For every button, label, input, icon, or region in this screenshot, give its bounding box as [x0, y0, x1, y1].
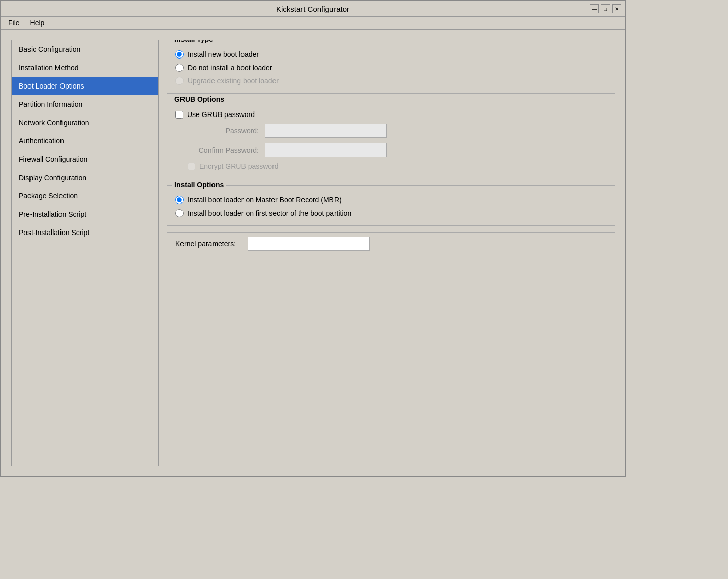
- use-grub-password-label: Use GRUB password: [187, 110, 255, 119]
- menu-bar: File Help: [1, 17, 625, 30]
- sidebar-item-authentication[interactable]: Authentication: [12, 132, 158, 150]
- title-bar: Kickstart Configurator — □ ✕: [1, 1, 625, 17]
- kernel-row: Kernel parameters:: [167, 233, 615, 259]
- maximize-button[interactable]: □: [601, 4, 610, 13]
- radio-install-new-label: Install new boot loader: [188, 50, 259, 59]
- radio-mbr[interactable]: [175, 196, 184, 204]
- password-input[interactable]: [265, 124, 387, 138]
- use-grub-password-checkbox[interactable]: [175, 111, 183, 119]
- sidebar-item-boot-loader-options[interactable]: Boot Loader Options: [12, 77, 158, 95]
- sidebar-item-post-installation-script[interactable]: Post-Installation Script: [12, 223, 158, 242]
- install-type-options: Install new boot loader Do not install a…: [175, 50, 606, 85]
- sidebar-item-installation-method[interactable]: Installation Method: [12, 59, 158, 77]
- confirm-password-input[interactable]: [265, 143, 387, 157]
- radio-do-not-install-label: Do not install a boot loader: [188, 64, 272, 72]
- confirm-password-field-row: Confirm Password:: [175, 143, 606, 157]
- kernel-parameters-label: Kernel parameters:: [175, 240, 241, 248]
- grub-options-content: Use GRUB password Password: Confirm Pass…: [175, 110, 606, 170]
- encrypt-grub-checkbox: [188, 163, 195, 170]
- install-type-title: Install Type: [172, 40, 215, 43]
- kernel-section: Kernel parameters:: [167, 232, 615, 259]
- grub-options-title: GRUB Options: [172, 95, 226, 103]
- radio-row-install-new: Install new boot loader: [175, 50, 606, 59]
- sidebar-item-package-selection[interactable]: Package Selection: [12, 187, 158, 205]
- radio-first-sector-label: Install boot loader on first sector of t…: [188, 209, 351, 217]
- radio-do-not-install[interactable]: [175, 64, 184, 72]
- radio-row-first-sector: Install boot loader on first sector of t…: [175, 209, 606, 217]
- use-grub-password-row: Use GRUB password: [175, 110, 606, 119]
- encrypt-grub-row: Encrypt GRUB password: [175, 162, 606, 170]
- sidebar-item-display-configuration[interactable]: Display Configuration: [12, 168, 158, 187]
- radio-row-do-not-install: Do not install a boot loader: [175, 64, 606, 72]
- grub-options-group: GRUB Options Use GRUB password Password:…: [167, 100, 615, 179]
- radio-upgrade-label: Upgrade existing boot loader: [188, 77, 279, 85]
- sidebar-item-partition-information[interactable]: Partition Information: [12, 95, 158, 113]
- radio-row-upgrade: Upgrade existing boot loader: [175, 77, 606, 85]
- radio-first-sector[interactable]: [175, 209, 184, 217]
- password-field-row: Password:: [175, 124, 606, 138]
- sidebar-item-network-configuration[interactable]: Network Configuration: [12, 113, 158, 132]
- sidebar: Basic Configuration Installation Method …: [11, 40, 159, 466]
- password-label: Password:: [188, 127, 259, 135]
- radio-mbr-label: Install boot loader on Master Boot Recor…: [188, 196, 342, 204]
- window-title: Kickstart Configurator: [36, 5, 590, 13]
- sidebar-item-basic-config[interactable]: Basic Configuration: [12, 40, 158, 59]
- close-button[interactable]: ✕: [612, 4, 621, 13]
- confirm-password-label: Confirm Password:: [188, 146, 259, 154]
- sidebar-item-pre-installation-script[interactable]: Pre-Installation Script: [12, 205, 158, 223]
- install-type-group: Install Type Install new boot loader Do …: [167, 40, 615, 94]
- window-controls: — □ ✕: [590, 4, 621, 13]
- radio-row-mbr: Install boot loader on Master Boot Recor…: [175, 196, 606, 204]
- install-options-group: Install Options Install boot loader on M…: [167, 185, 615, 226]
- file-menu[interactable]: File: [3, 18, 25, 28]
- encrypt-grub-label: Encrypt GRUB password: [199, 162, 279, 170]
- kernel-parameters-input[interactable]: [248, 237, 370, 251]
- install-options-content: Install boot loader on Master Boot Recor…: [175, 196, 606, 217]
- content-area: Install Type Install new boot loader Do …: [167, 40, 615, 466]
- help-menu[interactable]: Help: [25, 18, 50, 28]
- radio-upgrade-existing: [175, 77, 184, 85]
- sidebar-item-firewall-configuration[interactable]: Firewall Configuration: [12, 150, 158, 168]
- main-content: Basic Configuration Installation Method …: [1, 30, 625, 476]
- radio-install-new[interactable]: [175, 50, 184, 59]
- install-options-title: Install Options: [172, 181, 226, 189]
- minimize-button[interactable]: —: [590, 4, 599, 13]
- main-window: Kickstart Configurator — □ ✕ File Help B…: [0, 0, 626, 477]
